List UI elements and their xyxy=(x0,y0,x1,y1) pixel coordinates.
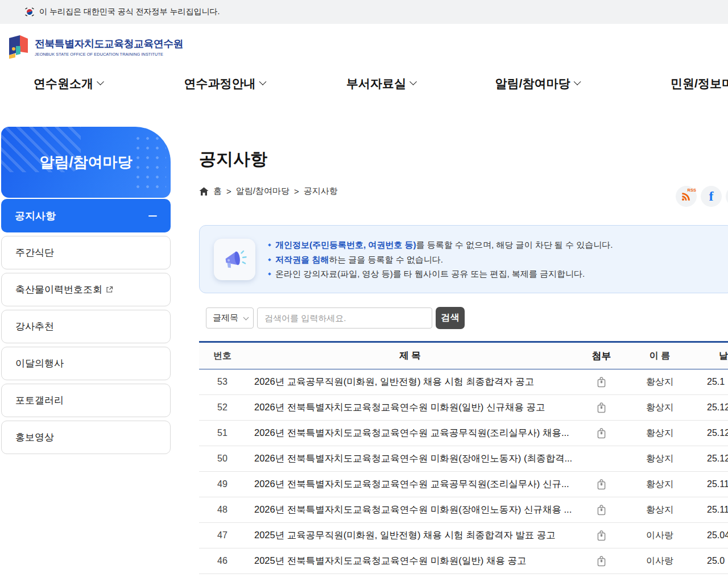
post-number: 53 xyxy=(199,377,246,387)
table-header-row: 번호 제 목 첨부 이 름 날짜 xyxy=(199,341,728,369)
breadcrumb-section[interactable]: 알림/참여마당 xyxy=(236,186,289,197)
share-buttons: RSS f xyxy=(676,186,728,207)
logo-subtitle: JEONBUK STATE OFFICE OF EDUCATION TRAINI… xyxy=(35,52,183,57)
chevron-down-icon xyxy=(410,78,417,85)
post-title-link[interactable]: 2026년 전북특별자치도교육청교육연수원 미화원(장애인노동자) (최종합격.… xyxy=(246,452,574,465)
notice-line: 온라인 강의자료(파일, 영상 등)를 타 웹사이트 공유 또는 편집, 복제를… xyxy=(268,267,613,281)
sidebar-item-promo-video[interactable]: 홍보영상 xyxy=(1,421,171,454)
post-number: 52 xyxy=(199,402,246,413)
post-number: 48 xyxy=(199,505,246,515)
attachment-cell xyxy=(574,377,628,388)
table-row: 52 2026년 전북특별자치도교육청교육연수원 미화원(일반) 신규채용 공고… xyxy=(199,395,728,421)
notice-guidelines: 개인정보(주민등록번호, 여권번호 등)를 등록할 수 없으며, 해당 글이 차… xyxy=(268,238,613,281)
search-button[interactable]: 검색 xyxy=(436,307,465,329)
attachment-icon xyxy=(597,479,606,490)
post-date: 25.0 xyxy=(691,556,728,566)
post-author: 황상지 xyxy=(628,504,691,516)
post-author: 황상지 xyxy=(628,479,691,490)
search-input[interactable] xyxy=(257,307,432,329)
post-number: 47 xyxy=(199,530,246,541)
share-more-button[interactable] xyxy=(726,186,728,207)
sidebar-item-lecturer[interactable]: 강사추천 xyxy=(1,310,171,343)
post-number: 51 xyxy=(199,428,246,438)
sidebar-item-notice-active[interactable]: 공지사항 xyxy=(1,199,171,232)
nav-item-courses[interactable]: 연수과정안내 xyxy=(184,65,266,102)
post-date: 25.12 xyxy=(691,402,728,413)
post-number: 46 xyxy=(199,556,246,566)
facebook-button[interactable]: f xyxy=(701,186,722,207)
table-row: 53 2026년 교육공무직원(미화원, 일반전형) 채용 시험 최종합격자 공… xyxy=(199,369,728,395)
chevron-down-icon xyxy=(243,314,249,320)
attachment-cell xyxy=(574,530,628,541)
post-date: 25.04 xyxy=(691,530,728,541)
sidebar-title: 알림/참여마당 xyxy=(1,127,171,198)
post-title-link[interactable]: 2026년 전북특별자치도교육청교육연수원 교육공무직원(조리실무사) 채용..… xyxy=(246,427,574,439)
logo-mark-icon xyxy=(7,34,30,59)
nav-item-resources[interactable]: 부서자료실 xyxy=(346,65,416,102)
attachment-cell xyxy=(574,479,628,490)
attachment-icon xyxy=(597,530,606,541)
post-title-link[interactable]: 2026년 교육공무직원(미화원, 일반전형) 채용 시험 최종합격자 공고 xyxy=(246,376,574,388)
post-title-link[interactable]: 2025년 전북특별자치도교육청교육연수원 미화원(일반) 채용 공고 xyxy=(246,555,574,567)
post-author: 이사랑 xyxy=(628,530,691,542)
table-row: 50 2026년 전북특별자치도교육청교육연수원 미화원(장애인노동자) (최종… xyxy=(199,446,728,472)
attachment-cell xyxy=(574,556,628,567)
home-icon[interactable] xyxy=(199,187,209,196)
attachment-icon xyxy=(597,505,606,516)
search-category-select[interactable]: 글제목 xyxy=(206,307,254,329)
notice-line: 개인정보(주민등록번호, 여권번호 등)를 등록할 수 없으며, 해당 글이 차… xyxy=(268,238,613,252)
attachment-icon xyxy=(597,402,606,413)
notice-guidelines-box: 개인정보(주민등록번호, 여권번호 등)를 등록할 수 없으며, 해당 글이 차… xyxy=(199,225,728,293)
notice-board-table: 번호 제 목 첨부 이 름 날짜 53 2026년 교육공무직원(미화원, 일반… xyxy=(199,341,728,574)
post-author: 황상지 xyxy=(628,427,691,439)
attachment-cell xyxy=(574,402,628,413)
attachment-cell xyxy=(574,505,628,516)
post-title-link[interactable]: 2025년 교육공무직원(미화원, 일반전형) 채용 시험 최종합격자 발표 공… xyxy=(246,529,574,542)
breadcrumb-current: 공지사항 xyxy=(304,186,338,197)
post-date: 25.11 xyxy=(691,479,728,489)
attachment-cell xyxy=(574,428,628,439)
site-logo[interactable]: 전북특별자치도교육청교육연수원 JEONBUK STATE OFFICE OF … xyxy=(7,34,183,59)
nav-item-notice[interactable]: 알림/참여마당 xyxy=(495,65,580,102)
post-title-link[interactable]: 2026년 전북특별자치도교육청교육연수원 미화원(일반) 신규채용 공고 xyxy=(246,401,574,414)
chevron-down-icon xyxy=(97,78,104,85)
post-date: 25.11 xyxy=(691,505,728,515)
rss-button[interactable]: RSS xyxy=(676,186,697,207)
logo-title: 전북특별자치도교육청교육연수원 xyxy=(35,37,183,51)
table-row: 51 2026년 전북특별자치도교육청교육연수원 교육공무직원(조리실무사) 채… xyxy=(199,421,728,446)
table-row: 49 2026년 전북특별자치도교육청교육연수원 교육공무직원(조리실무사) 신… xyxy=(199,472,728,497)
attachment-icon xyxy=(597,377,606,388)
collapse-minus-icon xyxy=(148,215,157,217)
megaphone-icon xyxy=(214,239,255,280)
main-nav: 연수원소개 연수과정안내 부서자료실 알림/참여마당 민원/정보마당 xyxy=(0,65,728,102)
nav-item-intro[interactable]: 연수원소개 xyxy=(34,65,103,102)
table-row: 46 2025년 전북특별자치도교육청교육연수원 미화원(일반) 채용 공고 이… xyxy=(199,548,728,574)
sidebar-item-livestock-trace[interactable]: 축산물이력번호조회 xyxy=(1,273,171,306)
post-title-link[interactable]: 2026년 전북특별자치도교육청교육연수원 미화원(장애인노동자) 신규채용 .… xyxy=(246,504,574,516)
post-author: 황상지 xyxy=(628,376,691,388)
sidebar-item-weekly-menu[interactable]: 주간식단 xyxy=(1,236,171,269)
chevron-down-icon xyxy=(574,78,581,85)
table-row: 48 2026년 전북특별자치도교육청교육연수원 미화원(장애인노동자) 신규채… xyxy=(199,497,728,523)
facebook-icon: f xyxy=(709,189,714,204)
post-author: 황상지 xyxy=(628,402,691,414)
breadcrumb: 홈 > 알림/참여마당 > 공지사항 xyxy=(199,186,338,197)
page-title: 공지사항 xyxy=(199,148,267,171)
post-date: 25.1 xyxy=(691,377,728,387)
post-date: 25.12 xyxy=(691,428,728,438)
external-link-icon xyxy=(106,286,113,293)
gov-banner: 이 누리집은 대한민국 공식 전자정부 누리집입니다. xyxy=(0,0,728,24)
notice-line: 저작권을 침해하는 글을 등록할 수 없습니다. xyxy=(268,252,613,267)
sidebar-item-monthly-events[interactable]: 이달의행사 xyxy=(1,347,171,380)
sidebar-item-photo-gallery[interactable]: 포토갤러리 xyxy=(1,384,171,417)
sidebar: 알림/참여마당 공지사항 주간식단 축산물이력번호조회 강사추천 이달의행사 포… xyxy=(1,127,171,458)
chevron-down-icon xyxy=(259,78,267,85)
nav-item-civil[interactable]: 민원/정보마당 xyxy=(671,65,728,102)
breadcrumb-home[interactable]: 홈 xyxy=(213,186,222,197)
korean-flag-icon xyxy=(24,6,35,18)
post-title-link[interactable]: 2026년 전북특별자치도교육청교육연수원 교육공무직원(조리실무사) 신규..… xyxy=(246,478,574,490)
post-author: 황상지 xyxy=(628,453,691,465)
table-row: 47 2025년 교육공무직원(미화원, 일반전형) 채용 시험 최종합격자 발… xyxy=(199,523,728,548)
post-number: 50 xyxy=(199,454,246,464)
attachment-icon xyxy=(597,428,606,439)
